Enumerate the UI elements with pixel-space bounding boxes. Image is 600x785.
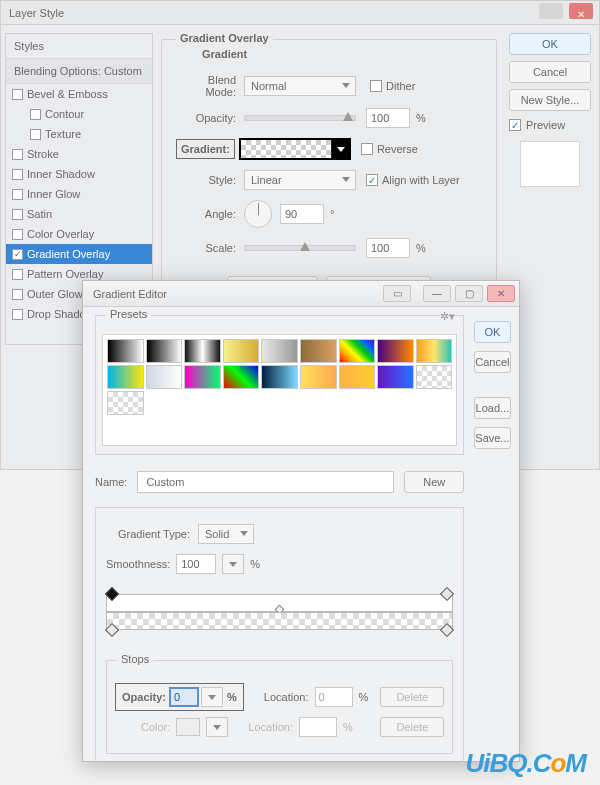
style-row-satin[interactable]: Satin <box>6 204 152 224</box>
percent-label: % <box>416 112 426 124</box>
style-label: Outer Glow <box>27 288 83 300</box>
style-checkbox[interactable] <box>12 189 23 200</box>
style-checkbox[interactable] <box>30 129 41 140</box>
preset-swatch[interactable] <box>107 365 144 389</box>
stop-color-swatch[interactable] <box>176 718 200 736</box>
smoothness-label: Smoothness: <box>106 558 170 570</box>
window-close-icon[interactable]: ✕ <box>487 285 515 302</box>
gradient-swatch-picker[interactable] <box>239 138 351 160</box>
reverse-checkbox[interactable] <box>361 143 373 155</box>
stop-color-picker[interactable] <box>206 717 228 737</box>
preset-swatch[interactable] <box>339 339 376 363</box>
preset-swatch[interactable] <box>300 339 337 363</box>
gradient-editor-titlebar[interactable]: Gradient Editor ▭ — ▢ ✕ <box>83 281 519 307</box>
ge-cancel-button[interactable]: Cancel <box>474 351 510 373</box>
style-checkbox[interactable] <box>12 309 23 320</box>
preset-swatch[interactable] <box>107 339 144 363</box>
style-checkbox[interactable] <box>12 289 23 300</box>
ge-load-button[interactable]: Load... <box>474 397 510 419</box>
preset-swatch[interactable] <box>184 339 221 363</box>
style-checkbox[interactable] <box>12 229 23 240</box>
opacity-stop-left[interactable] <box>105 587 119 601</box>
delete-color-stop-button[interactable]: Delete <box>380 717 444 737</box>
window-minimize-icon[interactable] <box>539 3 563 19</box>
gradient-bar[interactable] <box>106 584 453 648</box>
style-row-inner-glow[interactable]: Inner Glow <box>6 184 152 204</box>
style-row-bevel-emboss[interactable]: Bevel & Emboss <box>6 84 152 104</box>
preset-swatch[interactable] <box>377 365 414 389</box>
style-row-inner-shadow[interactable]: Inner Shadow <box>6 164 152 184</box>
style-checkbox[interactable] <box>12 149 23 160</box>
delete-opacity-stop-button[interactable]: Delete <box>380 687 444 707</box>
preset-swatch[interactable] <box>146 339 183 363</box>
smoothness-input[interactable] <box>176 554 216 574</box>
degree-label: ° <box>330 208 334 220</box>
preset-swatch[interactable] <box>261 365 298 389</box>
cancel-button[interactable]: Cancel <box>509 61 591 83</box>
style-row-texture[interactable]: Texture <box>6 124 152 144</box>
style-checkbox[interactable] <box>12 209 23 220</box>
window-close-icon[interactable]: ✕ <box>569 3 593 19</box>
opacity-stop-right[interactable] <box>440 587 454 601</box>
ge-save-button[interactable]: Save... <box>474 427 510 449</box>
color-stop-left[interactable] <box>105 623 119 637</box>
style-row-stroke[interactable]: Stroke <box>6 144 152 164</box>
layer-style-titlebar[interactable]: Layer Style ✕ <box>1 1 599 25</box>
align-checkbox[interactable]: ✓ <box>366 174 378 186</box>
style-checkbox[interactable]: ✓ <box>12 249 23 260</box>
style-label: Pattern Overlay <box>27 268 103 280</box>
name-label: Name: <box>95 476 127 488</box>
stop-opacity-input[interactable] <box>169 687 199 707</box>
gradient-type-dropdown[interactable]: Solid <box>198 524 254 544</box>
stop-color-location-label: Location: <box>248 721 293 733</box>
style-dropdown[interactable]: Linear <box>244 170 356 190</box>
styles-panel-title[interactable]: Styles <box>6 34 152 59</box>
gradient-name-input[interactable] <box>137 471 394 493</box>
angle-input[interactable] <box>280 204 324 224</box>
opacity-input[interactable] <box>366 108 410 128</box>
style-row-gradient-overlay[interactable]: ✓Gradient Overlay <box>6 244 152 264</box>
ge-ok-button[interactable]: OK <box>474 321 510 343</box>
style-row-color-overlay[interactable]: Color Overlay <box>6 224 152 244</box>
stop-opacity-label: Opacity: <box>122 691 166 703</box>
preset-swatch[interactable] <box>377 339 414 363</box>
window-maximize-icon[interactable]: ▢ <box>455 285 483 302</box>
blend-mode-dropdown[interactable]: Normal <box>244 76 356 96</box>
chevron-down-icon <box>342 177 350 182</box>
smoothness-stepper[interactable] <box>222 554 244 574</box>
gradient-editor-title: Gradient Editor <box>93 288 167 300</box>
style-checkbox[interactable] <box>12 169 23 180</box>
scale-input[interactable] <box>366 238 410 258</box>
window-minimize-icon[interactable]: — <box>423 285 451 302</box>
preview-checkbox[interactable]: ✓ <box>509 119 521 131</box>
new-gradient-button[interactable]: New <box>404 471 464 493</box>
preset-swatch[interactable] <box>416 365 453 389</box>
preset-swatch[interactable] <box>300 365 337 389</box>
opacity-slider[interactable] <box>244 115 356 121</box>
blending-options-row[interactable]: Blending Options: Custom <box>6 59 152 84</box>
gear-icon[interactable]: ✲▾ <box>440 310 455 323</box>
stop-opacity-stepper[interactable] <box>201 687 223 707</box>
style-label: Color Overlay <box>27 228 94 240</box>
angle-dial[interactable] <box>244 200 272 228</box>
style-row-contour[interactable]: Contour <box>6 104 152 124</box>
ok-button[interactable]: OK <box>509 33 591 55</box>
preset-swatch[interactable] <box>261 339 298 363</box>
color-stop-right[interactable] <box>440 623 454 637</box>
preset-swatch[interactable] <box>184 365 221 389</box>
stop-color-location-input[interactable] <box>299 717 337 737</box>
style-checkbox[interactable] <box>12 269 23 280</box>
preset-swatch[interactable] <box>223 339 260 363</box>
preset-swatch[interactable] <box>339 365 376 389</box>
preset-swatch[interactable] <box>107 391 144 415</box>
window-help-icon[interactable]: ▭ <box>383 285 411 302</box>
preset-swatch[interactable] <box>146 365 183 389</box>
new-style-button[interactable]: New Style... <box>509 89 591 111</box>
dither-checkbox[interactable] <box>370 80 382 92</box>
scale-slider[interactable] <box>244 245 356 251</box>
stop-location-input[interactable] <box>315 687 353 707</box>
style-checkbox[interactable] <box>12 89 23 100</box>
preset-swatch[interactable] <box>223 365 260 389</box>
style-checkbox[interactable] <box>30 109 41 120</box>
preset-swatch[interactable] <box>416 339 453 363</box>
